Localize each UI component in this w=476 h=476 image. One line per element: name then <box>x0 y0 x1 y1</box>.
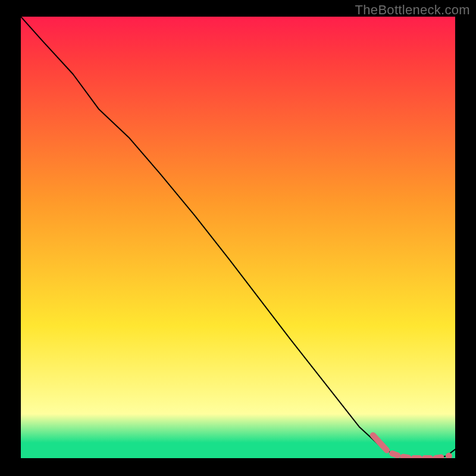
chart-frame: TheBottleneck.com <box>0 0 476 476</box>
optimal-dash <box>436 458 441 458</box>
chart-plot-area <box>21 17 455 458</box>
optimal-dash <box>392 453 397 456</box>
heatmap-background <box>21 17 455 458</box>
chart-svg <box>21 17 455 458</box>
optimal-dash <box>403 457 408 458</box>
watermark-text: TheBottleneck.com <box>355 2 470 18</box>
